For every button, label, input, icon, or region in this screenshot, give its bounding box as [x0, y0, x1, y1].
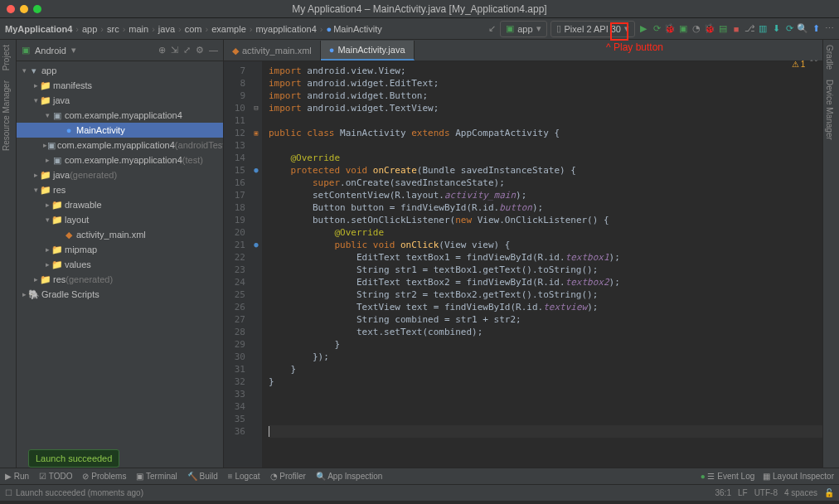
tool-device-manager[interactable]: Device Manager — [823, 75, 836, 145]
git-branch-icon[interactable]: ☐ — [5, 488, 12, 497]
expand-icon[interactable]: ⤢ — [183, 45, 191, 56]
tree-node[interactable]: ▾▣com.example.myapplication4 — [17, 108, 223, 123]
project-panel-header[interactable]: ▣ Android ▾ ⊕ ⇲ ⤢ ⚙ — — [17, 40, 223, 61]
git-button[interactable]: ⎇ — [744, 24, 754, 34]
breadcrumb-item[interactable]: java — [158, 24, 175, 34]
profile-button[interactable]: ◔ — [691, 24, 701, 34]
toolwin-build[interactable]: 🔨 Build — [187, 472, 218, 481]
avd-button[interactable]: ▤ — [718, 24, 728, 34]
toolwin-layout-inspector[interactable]: ▦ Layout Inspector — [763, 472, 834, 481]
tree-node[interactable]: ◆activity_main.xml — [17, 227, 223, 242]
coverage-button[interactable]: ▣ — [678, 24, 688, 34]
breadcrumb-item[interactable]: MyApplication4 — [5, 24, 72, 34]
caret-position[interactable]: 36:1 — [715, 488, 730, 497]
tool-gradle[interactable]: Gradle — [823, 40, 836, 75]
close-icon[interactable] — [7, 5, 15, 13]
encoding[interactable]: UTF-8 — [754, 488, 778, 497]
code-editor[interactable]: 7891011121314151617181920212223242526272… — [224, 61, 822, 468]
window-controls[interactable] — [0, 5, 41, 13]
editor-area: ◆activity_main.xml●MainActivity.java ⚠ 1… — [224, 40, 822, 468]
breadcrumb-item[interactable]: example — [211, 24, 246, 34]
sync-icon[interactable]: ↙ — [487, 24, 497, 34]
settings-icon[interactable]: ⬆ — [811, 24, 821, 34]
device-manager-icon[interactable]: ▥ — [758, 24, 768, 34]
editor-gutter[interactable]: ⊟▣●● — [250, 61, 262, 468]
breadcrumb-item[interactable]: ●MainActivity — [326, 24, 381, 34]
collapse-icon[interactable]: ⇲ — [171, 45, 178, 56]
breadcrumb-item[interactable]: com — [185, 24, 202, 34]
apply-changes-button[interactable]: ⟳ — [652, 24, 662, 34]
toolwin-logcat[interactable]: ≡ Logcat — [228, 472, 260, 481]
tree-node[interactable]: ▾📁res — [17, 182, 223, 197]
breadcrumb-item[interactable]: myapplication4 — [255, 24, 316, 34]
debug-button[interactable]: 🐞 — [665, 24, 675, 34]
tree-node[interactable]: ▸📁mipmap — [17, 242, 223, 257]
lock-icon[interactable]: 🔓 — [824, 488, 834, 497]
line-sep[interactable]: LF — [738, 488, 748, 497]
tree-node[interactable]: ▸📁drawable — [17, 197, 223, 212]
run-config-label: app — [517, 24, 532, 34]
stop-button[interactable]: ■ — [731, 24, 741, 34]
maximize-icon[interactable] — [33, 5, 41, 13]
breadcrumb-item[interactable]: main — [129, 24, 148, 34]
toolwin-app-inspection[interactable]: 🔍 App Inspection — [316, 472, 382, 481]
tool-resource-manager[interactable]: Resource Manager — [0, 75, 12, 156]
left-tool-gutter[interactable]: Project Resource Manager — [0, 40, 17, 468]
breadcrumb-item[interactable]: app — [82, 24, 97, 34]
run-button[interactable]: ▶ — [638, 24, 648, 34]
minimize-icon[interactable] — [20, 5, 28, 13]
warning-icon: ⚠ — [792, 60, 799, 69]
attach-debugger-button[interactable]: 🐞 — [705, 24, 715, 34]
window-title: My Application4 – MainActivity.java [My_… — [292, 3, 546, 15]
code-content[interactable]: import android.view.View;import android.… — [262, 61, 822, 468]
toolwin-event-log[interactable]: ● ☰ Event Log — [701, 472, 755, 481]
tree-node[interactable]: ▸▣com.example.myapplication4 (androidTes… — [17, 138, 223, 153]
tree-node[interactable]: ▾📁layout — [17, 212, 223, 227]
tree-node[interactable]: ▸📁values — [17, 257, 223, 272]
tree-node[interactable]: ▸📁manifests — [17, 78, 223, 93]
annotation-label: ^ Play button — [606, 41, 663, 53]
tree-node[interactable]: ▾▾app — [17, 63, 223, 78]
project-mode[interactable]: Android — [35, 46, 66, 56]
phone-icon: ▯ — [556, 23, 561, 34]
hide-icon[interactable]: — — [209, 45, 218, 56]
chevron-down-icon: ▾ — [536, 23, 541, 34]
inspection-strip[interactable]: ⚠ 1 ˆ ˇ — [792, 60, 817, 69]
title-bar: My Application4 – MainActivity.java [My_… — [0, 0, 839, 18]
editor-tab[interactable]: ◆activity_main.xml — [224, 41, 321, 61]
gear-icon[interactable]: ⚙ — [196, 45, 204, 56]
sdk-icon[interactable]: ⬇ — [771, 24, 781, 34]
toolwin-todo[interactable]: ☑ TODO — [39, 472, 72, 481]
chevron-down-icon[interactable]: ˇ — [815, 60, 817, 69]
tool-project[interactable]: Project — [0, 40, 12, 75]
chevron-down-icon[interactable]: ▾ — [71, 45, 76, 56]
line-numbers: 7891011121314151617181920212223242526272… — [224, 61, 250, 468]
status-message: Launch succeeded (moments ago) — [16, 488, 143, 497]
run-config-combo[interactable]: ▣ app ▾ — [500, 21, 546, 37]
right-tool-gutter[interactable]: Gradle Device Manager — [822, 40, 839, 468]
tree-node[interactable]: ▸🐘Gradle Scripts — [17, 287, 223, 302]
tree-node[interactable]: ▸📁java (generated) — [17, 167, 223, 182]
sync-gradle-icon[interactable]: ⟳ — [784, 24, 794, 34]
toolwin-problems[interactable]: ⊘ Problems — [82, 472, 126, 481]
notification-toast[interactable]: Launch succeeded — [28, 449, 119, 468]
toolwin-profiler[interactable]: ◔ Profiler — [270, 472, 306, 481]
breadcrumbs[interactable]: MyApplication4›app›src›main›java›com›exa… — [5, 24, 382, 34]
project-tree[interactable]: ▾▾app▸📁manifests▾📁java▾▣com.example.myap… — [17, 61, 223, 468]
toolwin-terminal[interactable]: ▣ Terminal — [136, 472, 177, 481]
chevron-up-icon[interactable]: ˆ — [810, 60, 812, 69]
indent[interactable]: 4 spaces — [784, 488, 817, 497]
tree-node[interactable]: ▸📁res (generated) — [17, 272, 223, 287]
breadcrumb-item[interactable]: src — [107, 24, 119, 34]
tree-node[interactable]: ▸▣com.example.myapplication4 (test) — [17, 153, 223, 167]
tree-node[interactable]: ▾📁java — [17, 93, 223, 108]
tree-node[interactable]: ●MainActivity — [17, 123, 223, 138]
bottom-tool-bar[interactable]: ▶ Run☑ TODO⊘ Problems▣ Terminal🔨 Build≡ … — [0, 468, 839, 484]
target-icon[interactable]: ⊕ — [158, 45, 166, 56]
editor-tabs[interactable]: ◆activity_main.xml●MainActivity.java — [224, 40, 822, 61]
search-icon[interactable]: 🔍 — [798, 24, 807, 34]
editor-tab[interactable]: ●MainActivity.java — [321, 41, 415, 61]
toolwin-run[interactable]: ▶ Run — [5, 472, 29, 481]
more-icon[interactable]: ⋯ — [824, 24, 834, 34]
project-panel: ▣ Android ▾ ⊕ ⇲ ⤢ ⚙ — ▾▾app▸📁manifests▾📁… — [17, 40, 224, 468]
